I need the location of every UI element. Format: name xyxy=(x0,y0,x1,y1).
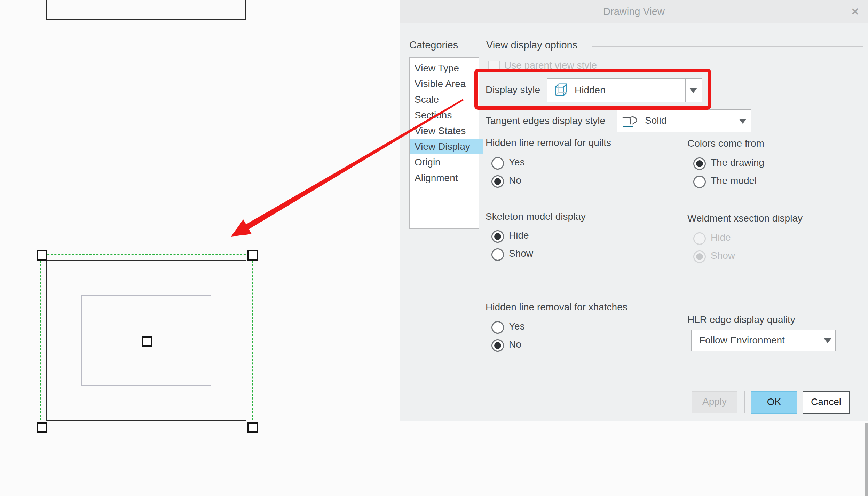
right-scrollbar[interactable] xyxy=(865,423,868,496)
hlr-quality-label: HLR edge display quality xyxy=(687,314,795,326)
dropdown-arrow-icon[interactable] xyxy=(824,338,831,343)
radio-xhatches-no-label[interactable]: No xyxy=(509,339,521,350)
radio-weldment-show xyxy=(693,250,706,263)
radio-skeleton-show[interactable] xyxy=(491,248,504,261)
radio-weldment-show-label: Show xyxy=(711,250,735,262)
radio-colors-drawing[interactable] xyxy=(693,157,706,170)
radio-skeleton-hide-label[interactable]: Hide xyxy=(509,230,529,241)
weldment-label: Weldment xsection display xyxy=(687,212,803,224)
view-display-options-header: View display options xyxy=(486,39,577,51)
category-item-view-states[interactable]: View States xyxy=(410,123,483,139)
close-icon[interactable]: ✕ xyxy=(848,5,862,19)
selection-handle-top-left[interactable] xyxy=(37,250,47,261)
drawing-view-dialog: Drawing View ✕ Categories View Type Visi… xyxy=(400,0,868,421)
dialog-titlebar[interactable]: Drawing View ✕ xyxy=(400,0,868,23)
selection-handle-bottom-left[interactable] xyxy=(37,422,47,433)
apply-button: Apply xyxy=(692,391,737,413)
quilts-label: Hidden line removal for quilts xyxy=(486,137,611,149)
selection-handle-bottom-right[interactable] xyxy=(247,422,258,433)
categories-listbox: View Type Visible Area Scale Sections Vi… xyxy=(409,57,479,229)
header-rule xyxy=(592,46,863,47)
tangent-edges-label: Tangent edges display style xyxy=(486,115,605,127)
hlr-quality-combobox[interactable]: Follow Environment xyxy=(691,330,836,351)
skeleton-label: Skeleton model display xyxy=(486,211,586,223)
radio-quilts-yes[interactable] xyxy=(491,157,504,170)
footer-rule xyxy=(400,385,868,385)
radio-colors-drawing-label[interactable]: The drawing xyxy=(711,157,764,169)
category-item-alignment[interactable]: Alignment xyxy=(410,170,483,186)
category-item-origin[interactable]: Origin xyxy=(410,154,483,170)
dialog-title: Drawing View xyxy=(400,0,868,23)
top-view-outline[interactable] xyxy=(46,0,246,20)
screen: Drawing View ✕ Categories View Type Visi… xyxy=(0,0,868,496)
radio-xhatches-yes[interactable] xyxy=(491,321,504,334)
category-item-view-type[interactable]: View Type xyxy=(410,60,483,76)
annotation-highlight-rect xyxy=(474,69,711,110)
category-item-sections[interactable]: Sections xyxy=(410,107,483,123)
categories-label: Categories xyxy=(409,39,458,51)
category-item-view-display[interactable]: View Display xyxy=(410,139,483,154)
radio-weldment-hide xyxy=(693,232,706,245)
tangent-edges-value: Solid xyxy=(645,115,666,126)
category-item-scale[interactable]: Scale xyxy=(410,92,483,107)
radio-skeleton-hide[interactable] xyxy=(491,230,504,243)
radio-colors-model[interactable] xyxy=(693,176,706,188)
radio-quilts-no-label[interactable]: No xyxy=(509,175,521,186)
cancel-button[interactable]: Cancel xyxy=(803,391,850,414)
hlr-quality-value: Follow Environment xyxy=(699,334,785,346)
category-item-visible-area[interactable]: Visible Area xyxy=(410,76,483,92)
ok-button[interactable]: OK xyxy=(751,391,797,414)
combo-separator xyxy=(735,110,735,132)
xhatches-label: Hidden line removal for xhatches xyxy=(486,301,628,313)
tangent-solid-icon xyxy=(622,113,640,129)
radio-quilts-yes-label[interactable]: Yes xyxy=(509,156,525,168)
radio-colors-model-label[interactable]: The model xyxy=(711,175,757,187)
column-divider xyxy=(672,139,672,352)
view-center-handle[interactable] xyxy=(142,336,152,347)
radio-quilts-no[interactable] xyxy=(491,175,504,188)
radio-weldment-hide-label: Hide xyxy=(711,232,731,243)
selection-handle-top-right[interactable] xyxy=(247,250,258,261)
dropdown-arrow-icon[interactable] xyxy=(739,119,747,124)
tangent-edges-combobox[interactable]: Solid xyxy=(617,109,751,132)
radio-skeleton-show-label[interactable]: Show xyxy=(509,248,533,259)
radio-xhatches-no[interactable] xyxy=(491,339,504,352)
drawing-canvas[interactable] xyxy=(0,0,400,496)
button-divider xyxy=(744,391,745,413)
radio-xhatches-yes-label[interactable]: Yes xyxy=(509,320,525,332)
colors-come-from-label: Colors come from xyxy=(687,138,764,149)
combo-separator xyxy=(820,330,820,351)
